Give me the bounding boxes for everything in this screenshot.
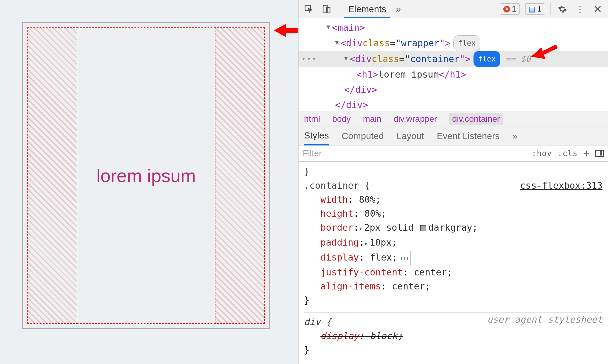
cls-toggle[interactable]: .cls [557, 149, 578, 158]
devtools-panel: Elements » ✕ 1 ▤ 1 ⋮ ✕ ▼ <main> ▼ <div c… [298, 0, 608, 364]
svg-marker-0 [274, 24, 298, 37]
color-swatch-icon[interactable] [420, 225, 426, 231]
info-chat-icon: ▤ [529, 5, 536, 13]
tab-elements[interactable]: Elements [344, 0, 390, 18]
devtools-toolbar: Elements » ✕ 1 ▤ 1 ⋮ ✕ [299, 0, 608, 18]
crumb-main[interactable]: main [363, 114, 382, 124]
toolbar-separator [338, 3, 338, 15]
truncated-brace: } [304, 165, 603, 179]
css-rule-close: } [304, 343, 603, 357]
error-count: 1 [512, 4, 516, 14]
svg-marker-4 [531, 44, 558, 59]
expand-triangle-icon[interactable]: ▸ [365, 240, 369, 247]
close-devtools-icon[interactable]: ✕ [592, 3, 604, 15]
subtab-computed[interactable]: Computed [342, 131, 384, 141]
annotation-arrow-right-icon [531, 42, 558, 63]
tabs-overflow-icon[interactable]: » [396, 4, 401, 14]
styles-pane[interactable]: } css-flexbox:313 .container { width: 80… [299, 162, 608, 364]
info-count-badge[interactable]: ▤ 1 [525, 3, 545, 15]
css-prop-align-items[interactable]: align-items: center; [304, 279, 603, 293]
inspect-icon[interactable] [303, 3, 315, 15]
subtabs-overflow-icon[interactable]: » [512, 131, 518, 141]
styles-filter-bar: :hov .cls + [299, 145, 608, 162]
rule-source-link[interactable]: css-flexbox:313 [520, 179, 603, 193]
css-rule-user-agent[interactable]: user agent stylesheet div { display: blo… [304, 312, 603, 357]
new-rule-button[interactable]: + [583, 147, 590, 159]
css-prop-padding[interactable]: padding:▸10px; [304, 236, 603, 250]
hov-toggle[interactable]: :hov [532, 149, 552, 158]
disclosure-triangle-icon[interactable]: ▼ [327, 19, 330, 34]
tag-main: <main> [332, 20, 365, 35]
error-dot-icon: ✕ [503, 6, 510, 12]
subtab-layout[interactable]: Layout [397, 131, 424, 141]
info-count: 1 [537, 4, 542, 14]
css-rule-close: } [304, 293, 603, 307]
dom-node-wrapper[interactable]: ▼ <div class="wrapper"> flex [299, 35, 608, 51]
dom-breadcrumbs[interactable]: html body main div.wrapper div.container [299, 111, 608, 127]
css-prop-display[interactable]: display: flex;▮▮▮ [304, 250, 603, 265]
sidebar-toggle-icon[interactable] [595, 150, 604, 157]
crumb-html[interactable]: html [304, 114, 320, 124]
css-prop-display-overridden[interactable]: display: block; [304, 329, 603, 343]
css-prop-justify-content[interactable]: justify-content: center; [304, 265, 603, 279]
crumb-body[interactable]: body [332, 114, 351, 124]
styles-subtabs: Styles Computed Layout Event Listeners » [299, 127, 608, 145]
crumb-wrapper[interactable]: div.wrapper [393, 114, 437, 124]
dom-tree[interactable]: ▼ <main> ▼ <div class="wrapper"> flex ▼ … [299, 18, 608, 111]
crumb-container[interactable]: div.container [449, 113, 503, 125]
selected-node-indicator: == $0 [505, 51, 531, 67]
css-prop-width[interactable]: width: 80%; [304, 193, 603, 207]
css-rule-container[interactable]: css-flexbox:313 .container { width: 80%;… [304, 179, 603, 307]
css-prop-border[interactable]: border:▸2px solid darkgray; [304, 221, 603, 236]
container-box: lorem ipsum [22, 22, 270, 329]
device-toggle-icon[interactable] [320, 3, 333, 15]
dom-node-div-close[interactable]: </div> [299, 82, 608, 97]
expand-triangle-icon[interactable]: ▸ [359, 225, 363, 232]
css-prop-height[interactable]: height: 80%; [304, 207, 603, 221]
disclosure-triangle-icon[interactable]: ▼ [344, 51, 348, 66]
subtab-styles[interactable]: Styles [304, 127, 329, 145]
disclosure-triangle-icon[interactable]: ▼ [335, 35, 339, 50]
subtab-event-listeners[interactable]: Event Listeners [437, 131, 500, 141]
flexbox-editor-icon[interactable]: ▮▮▮ [399, 251, 411, 265]
rendered-page: lorem ipsum [0, 0, 298, 364]
dom-node-main[interactable]: ▼ <main> [299, 20, 608, 35]
dom-node-h1[interactable]: <h1>lorem ipsum</h1> [299, 67, 608, 82]
toolbar-separator [550, 3, 551, 15]
dom-node-div-close[interactable]: </div> [299, 97, 608, 111]
dom-node-container-selected[interactable]: ▼ <div class="container"> flex == $0 [299, 51, 608, 67]
kebab-menu-icon[interactable]: ⋮ [574, 3, 586, 15]
rule-source-ua: user agent stylesheet [487, 313, 603, 327]
error-count-badge[interactable]: ✕ 1 [500, 3, 519, 15]
styles-filter-input[interactable] [303, 149, 526, 158]
heading-text: lorem ipsum [96, 165, 196, 186]
flex-badge-active[interactable]: flex [473, 51, 500, 67]
annotation-arrow-left-icon [274, 21, 298, 40]
flex-badge[interactable]: flex [453, 35, 480, 51]
settings-gear-icon[interactable] [556, 3, 568, 15]
